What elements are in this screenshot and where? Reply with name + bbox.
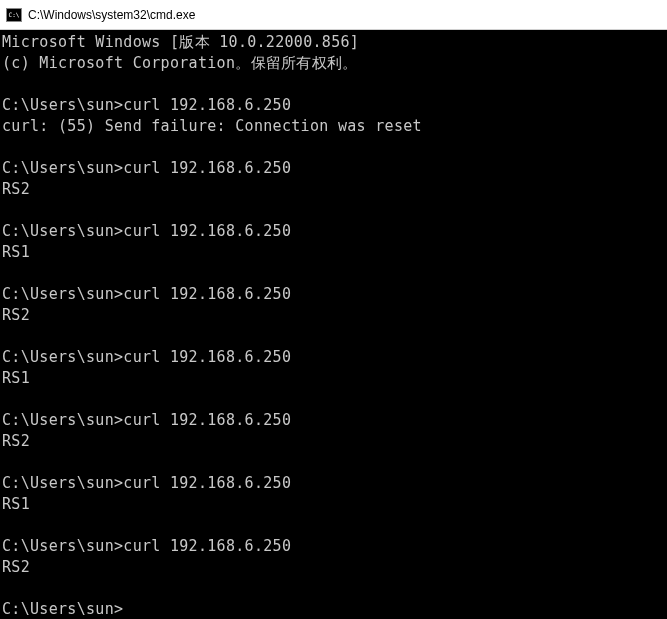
terminal-line: RS2 <box>2 305 665 326</box>
terminal-line: C:\Users\sun>curl 192.168.6.250 <box>2 158 665 179</box>
cmd-window: C:\Windows\system32\cmd.exe Microsoft Wi… <box>0 0 667 619</box>
terminal-line: C:\Users\sun> <box>2 599 665 619</box>
terminal-line: C:\Users\sun>curl 192.168.6.250 <box>2 410 665 431</box>
terminal-line: C:\Users\sun>curl 192.168.6.250 <box>2 536 665 557</box>
titlebar-title: C:\Windows\system32\cmd.exe <box>28 8 195 22</box>
terminal-line: curl: (55) Send failure: Connection was … <box>2 116 665 137</box>
terminal-line: C:\Users\sun>curl 192.168.6.250 <box>2 221 665 242</box>
terminal-line <box>2 515 665 536</box>
terminal-line: RS2 <box>2 431 665 452</box>
terminal-line: (c) Microsoft Corporation。保留所有权利。 <box>2 53 665 74</box>
terminal-line: C:\Users\sun>curl 192.168.6.250 <box>2 95 665 116</box>
terminal-output[interactable]: Microsoft Windows [版本 10.0.22000.856](c)… <box>0 30 667 619</box>
terminal-line: C:\Users\sun>curl 192.168.6.250 <box>2 284 665 305</box>
terminal-line: RS2 <box>2 179 665 200</box>
terminal-line <box>2 389 665 410</box>
terminal-line <box>2 200 665 221</box>
terminal-line: C:\Users\sun>curl 192.168.6.250 <box>2 473 665 494</box>
terminal-line <box>2 263 665 284</box>
terminal-line <box>2 326 665 347</box>
titlebar[interactable]: C:\Windows\system32\cmd.exe <box>0 0 667 30</box>
terminal-line <box>2 578 665 599</box>
terminal-line: RS1 <box>2 242 665 263</box>
terminal-line: RS2 <box>2 557 665 578</box>
terminal-line <box>2 74 665 95</box>
terminal-line: Microsoft Windows [版本 10.0.22000.856] <box>2 32 665 53</box>
terminal-line: RS1 <box>2 494 665 515</box>
terminal-line <box>2 452 665 473</box>
cmd-icon <box>6 8 22 22</box>
terminal-line: C:\Users\sun>curl 192.168.6.250 <box>2 347 665 368</box>
terminal-line: RS1 <box>2 368 665 389</box>
terminal-line <box>2 137 665 158</box>
